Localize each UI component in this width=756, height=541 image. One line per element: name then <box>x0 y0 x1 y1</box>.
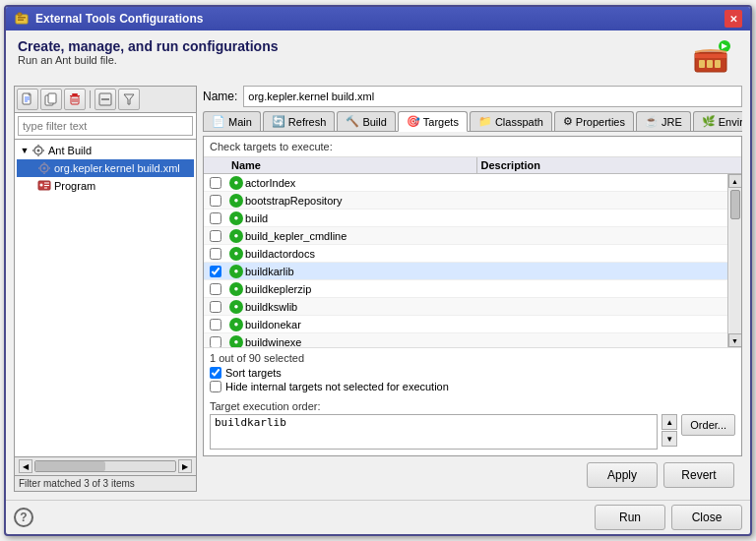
execution-order-section: Target execution order: buildkarlib ▲ ▼ … <box>204 398 741 455</box>
name-cell-1: ● actorIndex <box>227 176 475 190</box>
sort-targets-label: Sort targets <box>225 367 282 379</box>
help-button[interactable]: ? <box>14 508 33 527</box>
target-icon-9: ● <box>229 318 243 331</box>
properties-tab-icon: ⚙ <box>563 115 573 128</box>
target-icon-2: ● <box>229 194 243 208</box>
v-scroll-down-btn[interactable]: ▼ <box>728 333 742 347</box>
revert-button[interactable]: Revert <box>663 462 734 488</box>
col-check-header <box>204 157 227 173</box>
collapse-button[interactable] <box>94 89 116 110</box>
target-check-1[interactable] <box>210 177 221 189</box>
apply-button[interactable]: Apply <box>587 462 658 488</box>
target-check-3[interactable] <box>210 212 221 224</box>
check-cell-2 <box>204 195 227 207</box>
scroll-left-btn[interactable]: ◀ <box>19 459 32 473</box>
check-cell-3 <box>204 212 227 224</box>
close-button[interactable]: Close <box>671 505 742 530</box>
order-up-btn[interactable]: ▲ <box>662 414 677 430</box>
duplicate-config-button[interactable] <box>40 89 62 110</box>
tab-properties[interactable]: ⚙ Properties <box>554 111 634 131</box>
h-scrollbar[interactable] <box>34 460 176 472</box>
check-cell-4 <box>204 230 227 242</box>
hide-internal-row: Hide internal targets not selected for e… <box>210 381 735 392</box>
target-check-2[interactable] <box>210 195 221 207</box>
tab-environment[interactable]: 🌿 Environment <box>693 111 742 131</box>
target-check-6[interactable] <box>210 266 221 277</box>
target-icon-1: ● <box>229 176 243 190</box>
tab-build[interactable]: 🔨 Build <box>337 111 395 131</box>
title-bar-left: External Tools Configurations <box>14 11 203 27</box>
target-check-8[interactable] <box>210 301 221 313</box>
table-row: ● buildactordocs <box>204 245 727 263</box>
header-icon <box>691 38 738 78</box>
scroll-right-btn[interactable]: ▶ <box>178 459 192 473</box>
target-icon-10: ● <box>229 335 243 348</box>
tab-build-label: Build <box>362 116 386 128</box>
jre-tab-icon: ☕ <box>645 115 659 128</box>
bottom-options: 1 out of 90 selected Sort targets Hide i… <box>204 347 741 398</box>
v-scroll-up-btn[interactable]: ▲ <box>728 174 742 188</box>
close-window-button[interactable]: ✕ <box>724 10 742 28</box>
order-button[interactable]: Order... <box>681 414 735 436</box>
tree-item-program[interactable]: Program <box>17 177 194 195</box>
main-tab-icon: 📄 <box>212 115 225 128</box>
ant-file-label: org.kepler.kernel build.xml <box>54 162 180 174</box>
name-cell-8: ● buildkswlib <box>227 300 475 314</box>
run-button[interactable]: Run <box>595 505 665 530</box>
right-panel: Name: 📄 Main 🔄 Refresh 🔨 Build <box>203 86 742 492</box>
table-row: ● buildonekar <box>204 316 727 333</box>
tree-group-ant[interactable]: ▼ Ant Build <box>17 142 194 159</box>
execution-order-area: buildkarlib ▲ ▼ Order... <box>210 414 735 450</box>
col-name-header: Name <box>227 157 477 173</box>
tree-area: ▼ Ant Build <box>15 140 196 456</box>
check-cell-9 <box>204 319 227 331</box>
hide-internal-checkbox[interactable] <box>210 381 221 392</box>
check-cell-1 <box>204 177 227 189</box>
delete-config-button[interactable] <box>64 89 86 110</box>
tab-main[interactable]: 📄 Main <box>203 111 261 131</box>
table-header: Name Description <box>204 157 741 174</box>
table-row: ● buildkswlib <box>204 298 727 316</box>
left-scrollbar-area: ◀ ▶ <box>15 456 196 475</box>
selection-count: 1 out of 90 selected <box>210 352 735 364</box>
tree-item-ant-build[interactable]: org.kepler.kernel build.xml <box>17 159 194 177</box>
tab-env-label: Environment <box>719 116 742 128</box>
config-panel: Check targets to execute: Name Descripti… <box>203 136 742 456</box>
header-text: Create, manage, and run configurations R… <box>18 38 279 66</box>
tab-targets[interactable]: 🎯 Targets <box>398 111 468 132</box>
tab-refresh[interactable]: 🔄 Refresh <box>263 111 336 131</box>
hide-internal-label: Hide internal targets not selected for e… <box>225 381 449 392</box>
new-config-button[interactable] <box>17 89 38 110</box>
filter-input[interactable] <box>18 116 193 136</box>
target-check-10[interactable] <box>210 336 221 348</box>
name-label: Name: <box>203 90 237 103</box>
sort-targets-checkbox[interactable] <box>210 367 221 379</box>
check-cell-5 <box>204 248 227 260</box>
program-icon <box>36 178 52 194</box>
filter-box <box>15 113 196 140</box>
build-tab-icon: 🔨 <box>346 115 359 128</box>
name-input[interactable] <box>243 86 742 107</box>
order-down-btn[interactable]: ▼ <box>662 431 677 447</box>
v-scroll-thumb[interactable] <box>730 190 740 219</box>
name-cell-3: ● build <box>227 211 475 225</box>
tabs-row: 📄 Main 🔄 Refresh 🔨 Build 🎯 Targets <box>203 111 742 132</box>
order-arrows: ▲ ▼ <box>662 414 677 450</box>
target-check-4[interactable] <box>210 230 221 242</box>
left-panel: ▼ Ant Build <box>14 86 197 492</box>
window-icon <box>14 11 30 27</box>
name-cell-6: ● buildkarlib <box>227 265 475 278</box>
table-row: ● buildkeplerzip <box>204 280 727 298</box>
table-row: ● bootstrapRepository <box>204 192 727 210</box>
target-check-5[interactable] <box>210 248 221 260</box>
expand-icon: ▼ <box>19 145 31 156</box>
name-cell-2: ● bootstrapRepository <box>227 194 475 208</box>
target-check-9[interactable] <box>210 319 221 331</box>
header-section: Create, manage, and run configurations R… <box>6 30 750 82</box>
svg-rect-2 <box>18 17 26 19</box>
filter-button[interactable] <box>118 89 140 110</box>
target-check-7[interactable] <box>210 283 221 295</box>
execution-order-input[interactable]: buildkarlib <box>210 414 658 450</box>
tab-classpath[interactable]: 📁 Classpath <box>470 111 552 131</box>
tab-jre[interactable]: ☕ JRE <box>636 111 691 131</box>
